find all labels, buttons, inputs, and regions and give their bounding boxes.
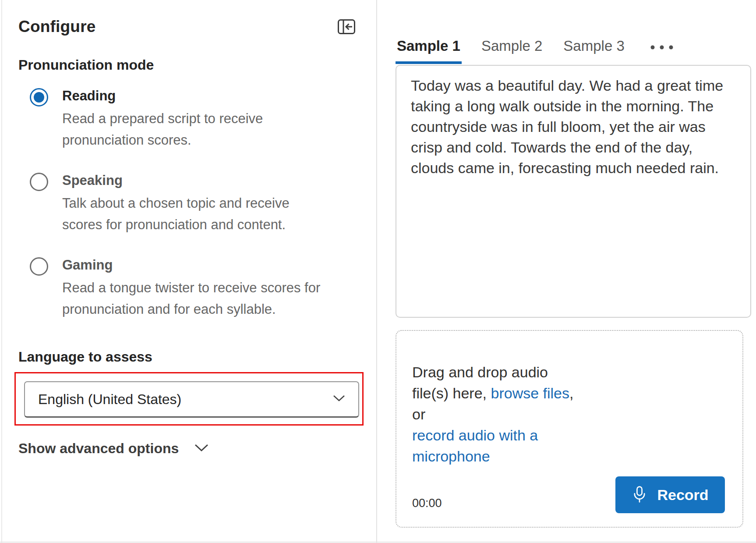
- reading-label[interactable]: Reading: [62, 87, 330, 105]
- tab-sample-2[interactable]: Sample 2: [480, 38, 544, 61]
- collapse-panel-button[interactable]: [338, 19, 355, 34]
- annotation-highlight-box: English (United States): [14, 372, 364, 426]
- drag-drop-text-line2-suffix: ,: [569, 385, 573, 401]
- record-button[interactable]: Record: [615, 476, 725, 513]
- pronunciation-mode-label: Pronunciation mode: [18, 57, 376, 73]
- gaming-radio[interactable]: [30, 257, 48, 276]
- or-text: or: [412, 406, 425, 422]
- radio-dot: [34, 92, 44, 103]
- language-dropdown-value: English (United States): [38, 391, 181, 408]
- record-audio-link-line1: record audio with a: [412, 425, 573, 446]
- browse-files-link[interactable]: browse files: [491, 385, 570, 401]
- gaming-label[interactable]: Gaming: [62, 256, 330, 274]
- tab-overflow-button[interactable]: [650, 38, 674, 50]
- mode-option-gaming: Gaming Read a tongue twister to receive …: [30, 256, 376, 320]
- gaming-description: Read a tongue twister to receive scores …: [62, 277, 330, 320]
- record-button-label: Record: [657, 486, 708, 504]
- reading-radio[interactable]: [30, 88, 48, 106]
- mode-option-speaking: Speaking Talk about a chosen topic and r…: [30, 172, 376, 235]
- tab-sample-1[interactable]: Sample 1: [396, 38, 462, 64]
- mode-option-text: Reading Read a prepared script to receiv…: [62, 87, 330, 151]
- audio-dropzone[interactable]: Drag and drop audio file(s) here, browse…: [396, 330, 743, 528]
- microphone-icon: [632, 486, 647, 504]
- drag-drop-text-line2-prefix: file(s) here,: [412, 385, 491, 401]
- dropzone-instructions: Drag and drop audio file(s) here, browse…: [412, 362, 573, 467]
- mode-option-text: Speaking Talk about a chosen topic and r…: [62, 172, 330, 235]
- page-title: Configure: [18, 18, 96, 36]
- show-advanced-options-label: Show advanced options: [18, 440, 179, 457]
- record-audio-link[interactable]: record audio with a microphone: [412, 425, 573, 467]
- sample-text-area[interactable]: Today was a beautiful day. We had a grea…: [396, 65, 751, 318]
- pronunciation-assessment-page: Configure Pronunciation mode: [0, 0, 756, 543]
- drag-drop-text-line1: Drag and drop audio: [412, 364, 548, 380]
- speaking-description: Talk about a chosen topic and receive sc…: [62, 192, 330, 235]
- pronunciation-mode-group: Reading Read a prepared script to receiv…: [18, 87, 376, 320]
- speaking-label[interactable]: Speaking: [62, 172, 330, 189]
- speaking-radio[interactable]: [30, 173, 48, 191]
- sample-panel: Sample 1 Sample 2 Sample 3 Today was a b…: [377, 0, 756, 543]
- collapse-panel-left-icon: [338, 29, 355, 35]
- mode-option-reading: Reading Read a prepared script to receiv…: [30, 87, 376, 151]
- show-advanced-options-toggle[interactable]: Show advanced options: [18, 440, 376, 457]
- chevron-down-icon: [333, 395, 345, 404]
- configure-header: Configure: [18, 18, 376, 36]
- configure-panel: Configure Pronunciation mode: [2, 0, 376, 543]
- tab-sample-3[interactable]: Sample 3: [562, 38, 625, 61]
- ellipsis-icon: [650, 44, 674, 51]
- language-to-assess-label: Language to assess: [18, 349, 376, 365]
- reading-description: Read a prepared script to receive pronun…: [62, 108, 330, 151]
- recording-timer: 00:00: [412, 497, 442, 510]
- language-dropdown[interactable]: English (United States): [24, 381, 359, 418]
- mode-option-text: Gaming Read a tongue twister to receive …: [62, 256, 330, 320]
- sample-tabs: Sample 1 Sample 2 Sample 3: [396, 38, 756, 64]
- record-audio-link-line2: microphone: [412, 446, 573, 467]
- chevron-down-icon: [194, 444, 208, 454]
